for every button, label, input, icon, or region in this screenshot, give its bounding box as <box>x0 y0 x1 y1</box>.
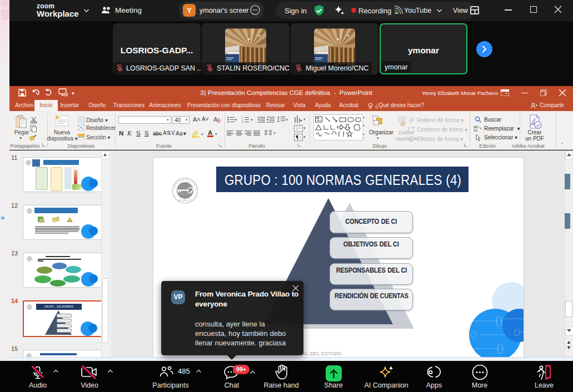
svg-text:64 DE AÑOS: 64 DE AÑOS <box>180 193 189 195</box>
svg-text:1: 1 <box>242 117 243 119</box>
svg-text:2: 2 <box>242 120 243 123</box>
svg-text:A: A <box>213 116 218 123</box>
svg-text:ECUADOR: ECUADOR <box>179 199 192 202</box>
svg-text:ac: ac <box>474 128 478 132</box>
